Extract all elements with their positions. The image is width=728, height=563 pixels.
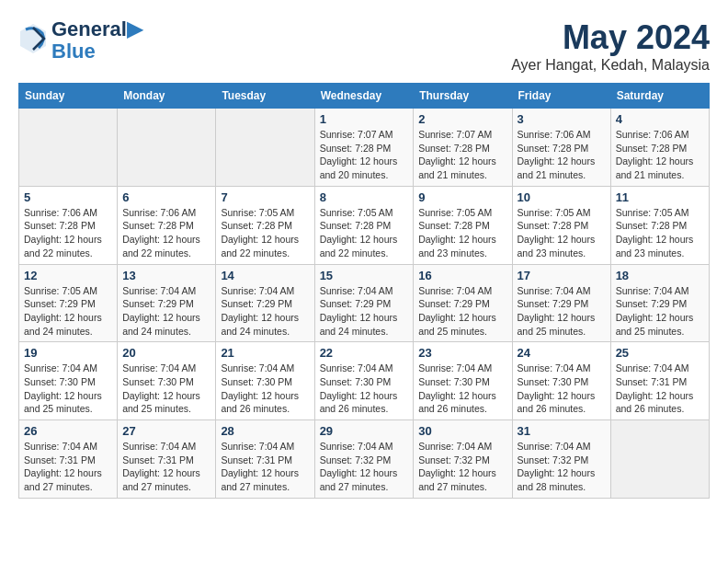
day-info: Sunrise: 7:04 AMSunset: 7:30 PMDaylight:…	[418, 362, 506, 416]
calendar-cell: 28Sunrise: 7:04 AMSunset: 7:31 PMDayligh…	[216, 420, 314, 499]
day-number: 3	[518, 112, 606, 126]
day-number: 18	[616, 269, 704, 282]
day-info: Sunrise: 7:06 AMSunset: 7:28 PMDaylight:…	[616, 128, 704, 182]
day-number: 17	[518, 269, 606, 282]
day-info: Sunrise: 7:04 AMSunset: 7:32 PMDaylight:…	[518, 440, 606, 494]
day-info: Sunrise: 7:04 AMSunset: 7:29 PMDaylight:…	[320, 284, 409, 339]
day-info: Sunrise: 7:05 AMSunset: 7:28 PMDaylight:…	[518, 206, 606, 260]
calendar-body: 1Sunrise: 7:07 AMSunset: 7:28 PMDaylight…	[19, 109, 710, 499]
calendar-cell: 8Sunrise: 7:05 AMSunset: 7:28 PMDaylight…	[314, 186, 414, 264]
day-number: 1	[320, 112, 409, 126]
calendar-week-row: 5Sunrise: 7:06 AMSunset: 7:28 PMDaylight…	[19, 186, 710, 264]
day-number: 26	[24, 424, 112, 438]
day-info: Sunrise: 7:05 AMSunset: 7:28 PMDaylight:…	[616, 206, 704, 260]
calendar-cell: 22Sunrise: 7:04 AMSunset: 7:30 PMDayligh…	[314, 342, 414, 420]
calendar-cell: 17Sunrise: 7:04 AMSunset: 7:29 PMDayligh…	[512, 264, 610, 342]
day-number: 24	[518, 346, 606, 360]
calendar-cell: 18Sunrise: 7:04 AMSunset: 7:29 PMDayligh…	[610, 264, 709, 342]
day-info: Sunrise: 7:04 AMSunset: 7:30 PMDaylight:…	[320, 362, 409, 416]
day-info: Sunrise: 7:04 AMSunset: 7:30 PMDaylight:…	[221, 362, 309, 416]
day-info: Sunrise: 7:04 AMSunset: 7:29 PMDaylight:…	[221, 284, 309, 339]
calendar-cell: 26Sunrise: 7:04 AMSunset: 7:31 PMDayligh…	[19, 420, 118, 499]
weekday-header-saturday: Saturday	[610, 84, 709, 109]
location-subtitle: Ayer Hangat, Kedah, Malaysia	[511, 57, 710, 74]
day-number: 19	[24, 346, 112, 360]
weekday-header-sunday: Sunday	[19, 84, 118, 109]
title-block: May 2024 Ayer Hangat, Kedah, Malaysia	[511, 18, 710, 74]
calendar-cell: 23Sunrise: 7:04 AMSunset: 7:30 PMDayligh…	[414, 342, 512, 420]
day-info: Sunrise: 7:05 AMSunset: 7:29 PMDaylight:…	[24, 284, 112, 339]
day-info: Sunrise: 7:04 AMSunset: 7:30 PMDaylight:…	[24, 362, 112, 416]
calendar-cell: 31Sunrise: 7:04 AMSunset: 7:32 PMDayligh…	[512, 420, 610, 499]
day-number: 9	[418, 190, 506, 204]
calendar-cell: 6Sunrise: 7:06 AMSunset: 7:28 PMDaylight…	[118, 186, 216, 264]
calendar-cell: 24Sunrise: 7:04 AMSunset: 7:30 PMDayligh…	[512, 342, 610, 420]
weekday-header-monday: Monday	[118, 84, 216, 109]
day-number: 28	[221, 424, 309, 438]
day-info: Sunrise: 7:06 AMSunset: 7:28 PMDaylight:…	[24, 206, 112, 260]
day-info: Sunrise: 7:04 AMSunset: 7:31 PMDaylight:…	[122, 440, 210, 494]
day-info: Sunrise: 7:04 AMSunset: 7:31 PMDaylight:…	[616, 362, 704, 416]
calendar-cell	[19, 109, 118, 187]
day-info: Sunrise: 7:04 AMSunset: 7:31 PMDaylight:…	[221, 440, 309, 494]
logo-icon	[18, 22, 48, 55]
calendar-cell: 12Sunrise: 7:05 AMSunset: 7:29 PMDayligh…	[19, 264, 118, 342]
day-number: 15	[320, 269, 409, 282]
day-number: 27	[122, 424, 210, 438]
calendar-cell: 3Sunrise: 7:06 AMSunset: 7:28 PMDaylight…	[512, 109, 610, 187]
calendar-cell: 30Sunrise: 7:04 AMSunset: 7:32 PMDayligh…	[414, 420, 512, 499]
weekday-header-wednesday: Wednesday	[314, 84, 414, 109]
day-info: Sunrise: 7:07 AMSunset: 7:28 PMDaylight:…	[418, 128, 506, 182]
day-number: 31	[518, 424, 606, 438]
calendar-cell: 20Sunrise: 7:04 AMSunset: 7:30 PMDayligh…	[118, 342, 216, 420]
day-number: 7	[221, 190, 309, 204]
calendar-cell: 27Sunrise: 7:04 AMSunset: 7:31 PMDayligh…	[118, 420, 216, 499]
calendar-cell: 4Sunrise: 7:06 AMSunset: 7:28 PMDaylight…	[610, 109, 709, 187]
day-number: 13	[122, 269, 210, 282]
day-number: 8	[320, 190, 409, 204]
calendar-cell	[216, 109, 314, 187]
calendar-cell: 11Sunrise: 7:05 AMSunset: 7:28 PMDayligh…	[610, 186, 709, 264]
calendar-cell: 14Sunrise: 7:04 AMSunset: 7:29 PMDayligh…	[216, 264, 314, 342]
day-info: Sunrise: 7:07 AMSunset: 7:28 PMDaylight:…	[320, 128, 409, 182]
calendar-cell: 19Sunrise: 7:04 AMSunset: 7:30 PMDayligh…	[19, 342, 118, 420]
day-info: Sunrise: 7:05 AMSunset: 7:28 PMDaylight:…	[418, 206, 506, 260]
day-number: 2	[418, 112, 506, 126]
weekday-header-friday: Friday	[512, 84, 610, 109]
day-number: 11	[616, 190, 704, 204]
day-number: 10	[518, 190, 606, 204]
day-number: 12	[24, 269, 112, 282]
calendar-week-row: 12Sunrise: 7:05 AMSunset: 7:29 PMDayligh…	[19, 264, 710, 342]
calendar-week-row: 19Sunrise: 7:04 AMSunset: 7:30 PMDayligh…	[19, 342, 710, 420]
day-number: 29	[320, 424, 409, 438]
calendar-cell: 2Sunrise: 7:07 AMSunset: 7:28 PMDaylight…	[414, 109, 512, 187]
day-number: 23	[418, 346, 506, 360]
day-info: Sunrise: 7:05 AMSunset: 7:28 PMDaylight:…	[221, 206, 309, 260]
calendar-week-row: 26Sunrise: 7:04 AMSunset: 7:31 PMDayligh…	[19, 420, 710, 499]
logo: General▶ Blue	[18, 18, 142, 63]
day-number: 25	[616, 346, 704, 360]
day-info: Sunrise: 7:04 AMSunset: 7:29 PMDaylight:…	[518, 284, 606, 339]
weekday-header-thursday: Thursday	[414, 84, 512, 109]
day-number: 16	[418, 269, 506, 282]
weekday-header-tuesday: Tuesday	[216, 84, 314, 109]
calendar-cell: 13Sunrise: 7:04 AMSunset: 7:29 PMDayligh…	[118, 264, 216, 342]
calendar-cell: 10Sunrise: 7:05 AMSunset: 7:28 PMDayligh…	[512, 186, 610, 264]
day-number: 22	[320, 346, 409, 360]
logo-text: General▶ Blue	[51, 18, 142, 63]
calendar-cell: 9Sunrise: 7:05 AMSunset: 7:28 PMDaylight…	[414, 186, 512, 264]
day-number: 5	[24, 190, 112, 204]
day-number: 21	[221, 346, 309, 360]
calendar-cell	[118, 109, 216, 187]
calendar-table: SundayMondayTuesdayWednesdayThursdayFrid…	[18, 83, 710, 499]
calendar-week-row: 1Sunrise: 7:07 AMSunset: 7:28 PMDaylight…	[19, 109, 710, 187]
day-number: 30	[418, 424, 506, 438]
day-info: Sunrise: 7:05 AMSunset: 7:28 PMDaylight:…	[320, 206, 409, 260]
calendar-cell: 25Sunrise: 7:04 AMSunset: 7:31 PMDayligh…	[610, 342, 709, 420]
day-number: 20	[122, 346, 210, 360]
day-info: Sunrise: 7:06 AMSunset: 7:28 PMDaylight:…	[122, 206, 210, 260]
day-info: Sunrise: 7:04 AMSunset: 7:29 PMDaylight:…	[122, 284, 210, 339]
calendar-cell: 1Sunrise: 7:07 AMSunset: 7:28 PMDaylight…	[314, 109, 414, 187]
day-info: Sunrise: 7:04 AMSunset: 7:32 PMDaylight:…	[418, 440, 506, 494]
day-number: 6	[122, 190, 210, 204]
